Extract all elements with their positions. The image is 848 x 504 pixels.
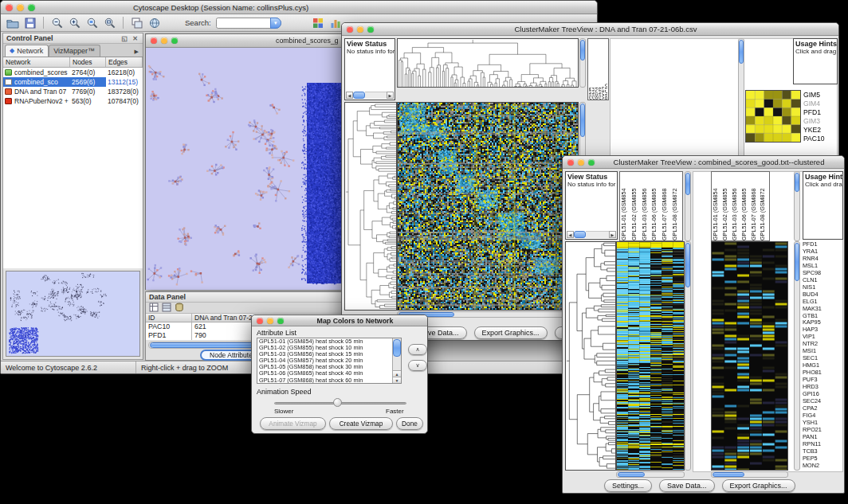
row-dendrogram-pane[interactable] (344, 102, 397, 311)
network-view-canvas[interactable] (146, 48, 343, 290)
row-dendrogram-canvas[interactable] (345, 103, 396, 310)
column-dendrogram-canvas[interactable] (398, 39, 578, 87)
scroll-left-icon[interactable]: ◀ (346, 92, 353, 99)
column-label[interactable]: PAC10 (604, 41, 607, 100)
heatmap-canvas[interactable] (398, 103, 578, 310)
maximize-icon[interactable] (588, 159, 595, 166)
export-graphics-button[interactable]: Export Graphics... (722, 479, 795, 492)
column-label[interactable]: GPL51-08 (GSM872 (759, 174, 768, 240)
col-edges[interactable]: Edges (106, 57, 143, 67)
column-label[interactable]: GPL51-01 (GSM854 (620, 174, 630, 240)
scrollbar-thumb[interactable] (580, 40, 585, 61)
close-icon[interactable] (257, 318, 263, 324)
scrollbar-thumb[interactable] (618, 472, 645, 477)
view-status-scrollbar[interactable]: ◀ ▶ (567, 231, 616, 238)
scrollbar-thumb[interactable] (795, 173, 799, 192)
scrollbar-thumb[interactable] (574, 231, 586, 238)
panel-float-icon[interactable]: ◱ ✕ (122, 35, 139, 42)
close-icon[interactable] (151, 37, 157, 44)
scroll-up-icon[interactable]: ▲ (393, 370, 401, 377)
treeview1-titlebar[interactable]: ClusterMaker TreeView : DNA and Tran 07-… (342, 23, 838, 36)
gene-label[interactable]: GIM5 (803, 91, 837, 100)
column-label[interactable]: GPL51-02 (GSM855 (721, 174, 731, 240)
scrollbar-thumb[interactable] (685, 243, 690, 287)
row-dendrogram-pane[interactable] (565, 241, 616, 471)
scrollbar-thumb[interactable] (580, 104, 585, 137)
column-label-strip[interactable]: GIM5GIM4PFD1GIM3YKE2PAC10 (587, 38, 609, 100)
column-label[interactable]: GPL51-02 (GSM855 (630, 174, 641, 240)
column-label[interactable]: GPL51-07 (GSM868 (750, 174, 760, 240)
scroll-right-icon[interactable]: ▶ (387, 92, 394, 99)
maximize-icon[interactable] (367, 26, 374, 33)
zoom-in-icon[interactable] (67, 15, 82, 30)
zoom-vscrollbar[interactable] (794, 241, 800, 471)
gene-label[interactable]: YKE2 (803, 126, 837, 135)
search-input[interactable]: ▾ (216, 18, 281, 29)
heatmap-global-pane[interactable] (616, 241, 685, 471)
network-list-row[interactable]: RNAPuberNov2 + 563(0) 107847(0) (3, 96, 143, 106)
gene-label[interactable]: GIM4 (803, 100, 837, 108)
select-attributes-icon[interactable] (149, 301, 159, 315)
dialog-titlebar[interactable]: Map Colors to Network (252, 315, 427, 326)
create-vizmap-button[interactable]: Create Vizmap (329, 417, 393, 430)
gene-label[interactable]: MON2 (803, 463, 844, 470)
col-network[interactable]: Network (3, 57, 70, 67)
heatmap-zoom-canvas[interactable] (712, 242, 787, 470)
gene-label[interactable]: PFD1 (803, 108, 837, 117)
zoom-selected-icon[interactable] (84, 15, 100, 30)
minimize-icon[interactable] (17, 4, 24, 11)
open-session-icon[interactable] (5, 15, 20, 30)
column-label[interactable]: GPL51-03 (GSM856 (641, 174, 651, 240)
global-hscrollbar[interactable] (616, 471, 685, 478)
column-label-strip[interactable]: GPL51-01 (GSM854GPL51-02 (GSM855GPL51-03… (619, 171, 683, 241)
done-button[interactable]: Done (396, 417, 423, 430)
tab-network[interactable]: ◆ Network (5, 45, 49, 57)
search-dropdown-icon[interactable]: ▾ (270, 18, 281, 29)
zoom-matrix-pane[interactable] (745, 90, 801, 143)
animate-vizmap-button[interactable]: Animate Vizmap (260, 417, 326, 430)
move-down-button[interactable]: ∨ (408, 360, 427, 371)
column-dendrogram-pane[interactable] (397, 38, 579, 88)
minimize-icon[interactable] (267, 318, 273, 324)
scrollbar-thumb[interactable] (739, 40, 744, 64)
col-nodes[interactable]: Nodes (70, 57, 106, 67)
column-tree-scrollbar[interactable] (579, 38, 586, 88)
column-label[interactable]: GPL51-06 (GSM865 (740, 174, 750, 240)
minimize-icon[interactable] (161, 37, 167, 44)
scrollbar-thumb[interactable] (713, 472, 744, 477)
column-label-scrollbar[interactable] (685, 171, 691, 241)
maximize-icon[interactable] (171, 37, 178, 44)
vizmapper-palette-icon[interactable] (311, 15, 326, 30)
export-graphics-button[interactable]: Export Graphics... (474, 326, 548, 339)
column-label[interactable]: GPL51-06 (GSM865 (650, 174, 661, 240)
save-session-icon[interactable] (22, 15, 37, 30)
attribute-columns-icon[interactable] (162, 301, 171, 315)
column-label[interactable]: GPL51-07 (GSM868 (661, 174, 671, 240)
maximize-icon[interactable] (28, 4, 35, 11)
scroll-left-icon[interactable]: ◀ (567, 231, 574, 238)
network-view-titlebar[interactable]: combined_scores_good.txt--cluste... (146, 34, 343, 48)
column-label[interactable]: GPL51-01 (GSM854 (712, 174, 721, 240)
heatmap-global-canvas[interactable] (617, 242, 684, 470)
view-status-scrollbar[interactable]: ◀ ▶ (346, 92, 394, 99)
minimize-icon[interactable] (357, 26, 363, 33)
tabs-overflow-icon[interactable]: ▶ (132, 47, 141, 57)
close-icon[interactable] (347, 26, 353, 33)
scrollbar-thumb[interactable] (353, 92, 365, 99)
attribute-list-scrollbar[interactable]: ▲ ▼ (392, 338, 401, 383)
network-list-row[interactable]: DNA and Tran 07 7769(0) 183728(0) (3, 87, 143, 96)
col-id[interactable]: ID (146, 314, 192, 322)
zoom-column-label-strip[interactable]: GPL51-01 (GSM854GPL51-02 (GSM855GPL51-03… (711, 171, 770, 241)
global-vscrollbar[interactable] (685, 241, 691, 471)
network-overview-icon[interactable] (147, 15, 162, 30)
scrollbar-thumb[interactable] (393, 339, 401, 357)
close-icon[interactable] (6, 4, 13, 11)
animation-speed-slider[interactable] (274, 398, 406, 408)
gene-label[interactable]: GIM3 (803, 117, 837, 126)
main-titlebar[interactable]: Cytoscape Desktop (Session Name: collins… (1, 1, 597, 14)
minimize-icon[interactable] (578, 159, 584, 166)
zoom-label-scrollbar[interactable] (794, 171, 800, 241)
scrollbar-thumb[interactable] (685, 173, 690, 195)
network-list-row[interactable]: combined_scores 2764(0) 16218(0) (3, 68, 143, 77)
heatmap-zoom-pane[interactable] (711, 241, 788, 471)
